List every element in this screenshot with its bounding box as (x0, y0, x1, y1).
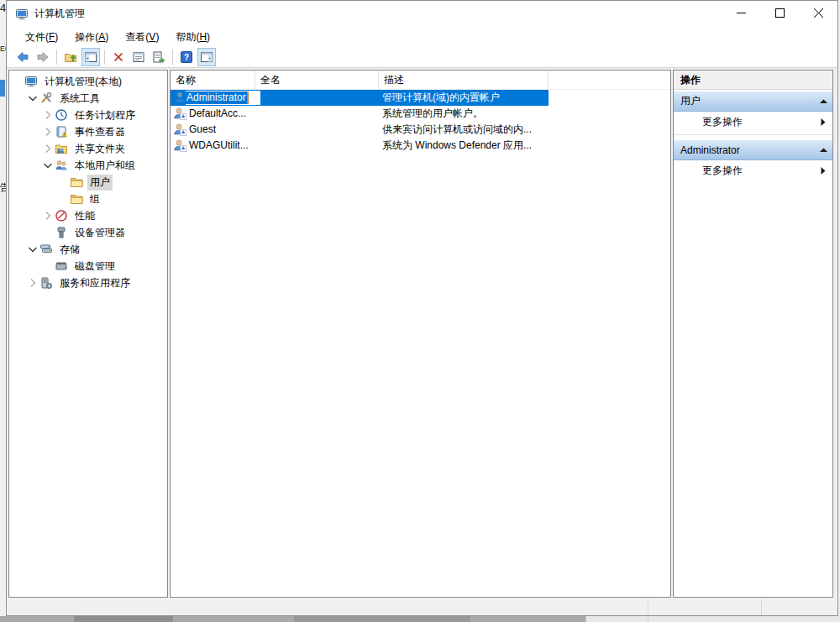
user-disabled-icon (173, 123, 186, 136)
column-header[interactable]: 全名 (255, 71, 379, 89)
actions-sections: 用户更多操作Administrator更多操作 (674, 90, 832, 181)
close-button[interactable] (799, 1, 837, 27)
column-header[interactable]: 名称 (171, 71, 255, 89)
background-window-edge (585, 616, 840, 622)
background-window-segment (294, 616, 470, 622)
tree-item-label: 本地用户和组 (72, 158, 138, 174)
title-bar: 计算机管理 (7, 1, 837, 27)
menu-item-label: ) (207, 31, 210, 43)
event-viewer-icon (55, 125, 68, 139)
chevron-spacer (56, 175, 70, 189)
menu-item-label: 帮助( (176, 31, 199, 43)
tree-item[interactable]: 组 (9, 191, 167, 207)
help-button[interactable]: ? (177, 48, 196, 66)
action-pane-icon (200, 50, 213, 64)
maximize-button[interactable] (760, 1, 799, 27)
menu-item-label: ) (155, 31, 159, 43)
tree-item[interactable]: 磁盘管理 (9, 258, 167, 274)
performance-icon (55, 209, 68, 222)
chevron-right-icon (814, 166, 832, 175)
up-level-button[interactable] (61, 48, 80, 66)
actions-panel-title: 操作 (674, 71, 832, 90)
tree-item-label: 磁盘管理 (72, 259, 118, 274)
column-header-label: 全名 (260, 74, 281, 86)
table-row[interactable]: Administrator管理计算机(域)的内置帐户 (171, 90, 549, 106)
menu-item-label: 查看( (125, 31, 149, 43)
action-item-more-actions[interactable]: 更多操作 (674, 112, 832, 133)
minimize-button[interactable] (722, 1, 760, 27)
tree-item[interactable]: 事件查看器 (9, 123, 167, 140)
chevron-spacer (11, 75, 24, 88)
toolbar-separator (104, 50, 105, 65)
folder-icon (70, 192, 83, 206)
tree-item-label: 服务和应用程序 (57, 275, 133, 291)
tree-item[interactable]: 系统工具 (9, 90, 167, 107)
tree-item[interactable]: 服务和应用程序 (9, 274, 167, 291)
toolbar: ? (7, 47, 837, 68)
computer-management-window: 计算机管理 文件(F)操作(A)查看(V)帮助(H) ? 计算机管理(本地)系统… (6, 0, 838, 616)
table-row[interactable]: DefaultAcc...系统管理的用户帐户。 (171, 106, 670, 122)
tree-item[interactable]: 本地用户和组 (9, 157, 167, 174)
chevron-expanded-icon[interactable] (26, 91, 39, 105)
show-console-tree-button[interactable] (81, 48, 100, 66)
tree-item[interactable]: 计算机管理(本地) (9, 73, 167, 90)
tree-item[interactable]: 存储 (9, 241, 167, 258)
menu-item-f[interactable]: 文件(F) (17, 27, 66, 47)
menu-item-v[interactable]: 查看(V) (117, 27, 167, 47)
action-section-title: 用户 (674, 94, 814, 108)
chevron-collapsed-icon[interactable] (26, 276, 39, 290)
chevron-up-icon[interactable] (814, 146, 832, 154)
action-section-title: Administrator (674, 144, 814, 156)
chevron-expanded-icon[interactable] (41, 159, 55, 172)
user-description: 系统为 Windows Defender 应用... (382, 138, 532, 154)
svg-text:?: ? (184, 53, 189, 62)
folder-icon (70, 175, 83, 189)
action-section-header[interactable]: Administrator (674, 140, 832, 160)
export-list-button[interactable] (150, 48, 168, 66)
chevron-up-icon[interactable] (814, 97, 832, 105)
console-tree: 计算机管理(本地)系统工具任务计划程序事件查看器共享文件夹本地用户和组用户组性能… (9, 73, 167, 291)
console-tree-icon (84, 50, 97, 64)
menu-item-a[interactable]: 操作(A) (66, 27, 117, 47)
console-tree-panel: 计算机管理(本地)系统工具任务计划程序事件查看器共享文件夹本地用户和组用户组性能… (8, 70, 168, 598)
window-controls (722, 1, 837, 27)
menu-item-h[interactable]: 帮助(H) (167, 27, 218, 47)
back-button[interactable] (13, 48, 32, 66)
user-description: 系统管理的用户帐户。 (382, 106, 483, 122)
chevron-collapsed-icon[interactable] (41, 209, 55, 222)
action-item-more-actions[interactable]: 更多操作 (674, 160, 832, 181)
forward-button[interactable] (34, 48, 52, 66)
chevron-collapsed-icon[interactable] (41, 142, 55, 155)
rename-input[interactable]: Administrator (186, 91, 260, 105)
tree-item-label: 性能 (72, 208, 97, 224)
show-action-pane-button[interactable] (197, 48, 216, 66)
tree-item[interactable]: 设备管理器 (9, 224, 167, 241)
tree-item[interactable]: 任务计划程序 (9, 107, 167, 123)
delete-button[interactable] (109, 48, 128, 66)
tree-item-label: 用户 (87, 175, 113, 191)
user-selected-icon (173, 91, 186, 104)
table-row[interactable]: WDAGUtilit...系统为 Windows Defender 应用... (171, 138, 670, 154)
window-title: 计算机管理 (34, 7, 85, 21)
list-column-headers: 名称全名描述 (171, 71, 670, 90)
shared-folders-icon (55, 142, 68, 155)
computer-icon (24, 75, 38, 88)
column-header[interactable]: 描述 (379, 71, 549, 89)
tree-item[interactable]: 用户 (9, 174, 167, 191)
services-icon (39, 276, 53, 290)
chevron-collapsed-icon[interactable] (41, 125, 55, 139)
chevron-right-icon (814, 118, 832, 127)
table-row[interactable]: Guest供来宾访问计算机或访问域的内... (171, 122, 670, 138)
tree-item[interactable]: 共享文件夹 (9, 140, 167, 157)
menu-item-label: 操作( (75, 31, 98, 43)
chevron-collapsed-icon[interactable] (41, 108, 55, 122)
computer-icon (15, 8, 29, 21)
properties-icon (132, 50, 145, 64)
tree-item[interactable]: 性能 (9, 207, 167, 224)
user-name: Guest (189, 122, 216, 138)
menu-item-label: ) (105, 31, 108, 43)
text-caret (247, 91, 249, 104)
properties-button[interactable] (129, 48, 148, 66)
action-section-header[interactable]: 用户 (674, 91, 832, 112)
chevron-expanded-icon[interactable] (26, 243, 39, 256)
